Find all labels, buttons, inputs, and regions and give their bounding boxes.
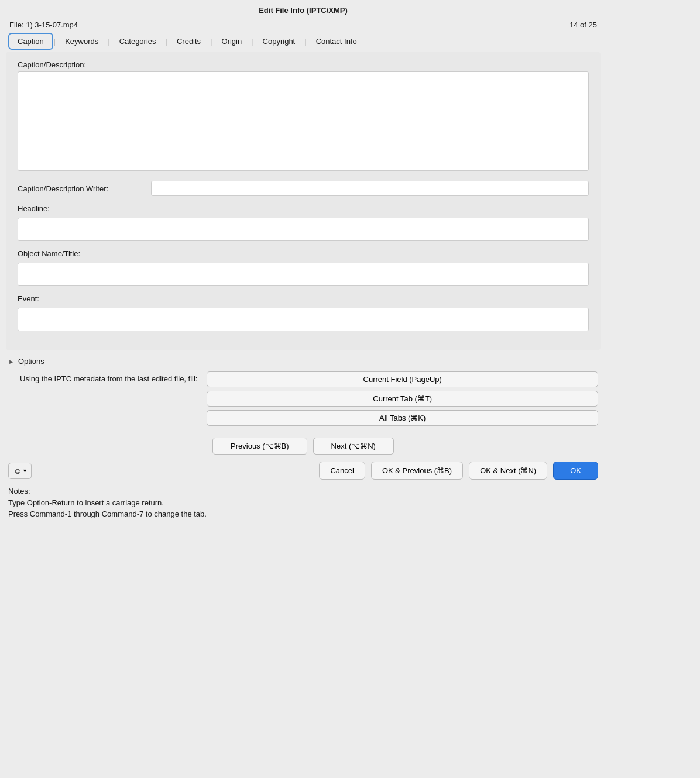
main-content: Caption/Description: Caption/Description…	[6, 52, 601, 350]
ok-next-btn[interactable]: OK & Next (⌘N)	[469, 462, 547, 480]
file-info-row: File: 1) 3-15-07.mp4 14 of 25	[0, 18, 606, 33]
event-block: Event:	[18, 294, 589, 331]
headline-label: Headline:	[18, 204, 589, 213]
ok-prev-btn[interactable]: OK & Previous (⌘B)	[371, 462, 463, 480]
tab-keywords[interactable]: Keywords	[56, 33, 107, 49]
tab-sep-5: |	[251, 37, 253, 46]
cancel-btn[interactable]: Cancel	[319, 462, 365, 480]
emoji-chevron-icon: ▾	[23, 467, 26, 474]
emoji-picker-btn[interactable]: ☺ ▾	[8, 463, 32, 479]
tab-origin[interactable]: Origin	[213, 33, 251, 49]
option-current-field-btn[interactable]: Current Field (PageUp)	[207, 371, 598, 387]
event-input[interactable]	[18, 308, 589, 331]
object-name-block: Object Name/Title:	[18, 249, 589, 286]
caption-writer-input[interactable]	[151, 181, 589, 196]
title-bar: Edit File Info (IPTC/XMP)	[0, 0, 606, 18]
dialog-title: Edit File Info (IPTC/XMP)	[259, 6, 348, 15]
object-name-input[interactable]	[18, 263, 589, 286]
caption-writer-label: Caption/Description Writer:	[18, 184, 146, 193]
options-header[interactable]: ► Options	[8, 357, 598, 366]
headline-block: Headline:	[18, 204, 589, 241]
tab-caption[interactable]: Caption	[8, 33, 53, 50]
tab-sep-4: |	[210, 37, 212, 46]
options-prompt-label: Using the IPTC metadata from the last ed…	[20, 371, 197, 383]
object-name-label: Object Name/Title:	[18, 249, 589, 258]
option-all-tabs-btn[interactable]: All Tabs (⌘K)	[207, 410, 598, 426]
tab-categories[interactable]: Categories	[111, 33, 165, 49]
tab-credits[interactable]: Credits	[168, 33, 210, 49]
nav-prev-next: Previous (⌥⌘B) Next (⌥⌘N)	[0, 432, 606, 458]
caption-description-label: Caption/Description:	[18, 60, 589, 69]
position-label: 14 of 25	[569, 20, 597, 29]
event-label: Event:	[18, 294, 589, 303]
headline-input[interactable]	[18, 218, 589, 241]
notes-section: Notes: Type Option-Return to insert a ca…	[0, 483, 606, 525]
tab-copyright[interactable]: Copyright	[254, 33, 304, 49]
options-section: ► Options Using the IPTC metadata from t…	[0, 352, 606, 432]
filename-label: File: 1) 3-15-07.mp4	[9, 20, 78, 29]
caption-description-input[interactable]	[18, 71, 589, 171]
bottom-actions: Cancel OK & Previous (⌘B) OK & Next (⌘N)…	[319, 462, 598, 480]
bottom-bar: ☺ ▾ Cancel OK & Previous (⌘B) OK & Next …	[0, 458, 606, 483]
option-current-tab-btn[interactable]: Current Tab (⌘T)	[207, 391, 598, 407]
tabs-bar: Caption | Keywords | Categories | Credit…	[0, 33, 606, 50]
options-title: Options	[18, 357, 44, 366]
ok-btn[interactable]: OK	[553, 462, 598, 480]
prev-btn[interactable]: Previous (⌥⌘B)	[212, 438, 307, 455]
emoji-icon: ☺	[13, 466, 22, 476]
notes-line3: Press Command-1 through Command-7 to cha…	[8, 508, 598, 520]
notes-line2: Type Option-Return to insert a carriage …	[8, 497, 598, 509]
options-buttons-group: Current Field (PageUp) Current Tab (⌘T) …	[207, 371, 598, 426]
tab-sep-6: |	[304, 37, 307, 46]
notes-line1: Notes:	[8, 486, 598, 497]
options-chevron-icon: ►	[8, 358, 15, 365]
tab-sep-2: |	[107, 37, 110, 46]
next-btn[interactable]: Next (⌥⌘N)	[313, 438, 394, 455]
tab-contact-info[interactable]: Contact Info	[307, 33, 366, 49]
caption-writer-row: Caption/Description Writer:	[18, 181, 589, 196]
options-body: Using the IPTC metadata from the last ed…	[8, 371, 598, 426]
